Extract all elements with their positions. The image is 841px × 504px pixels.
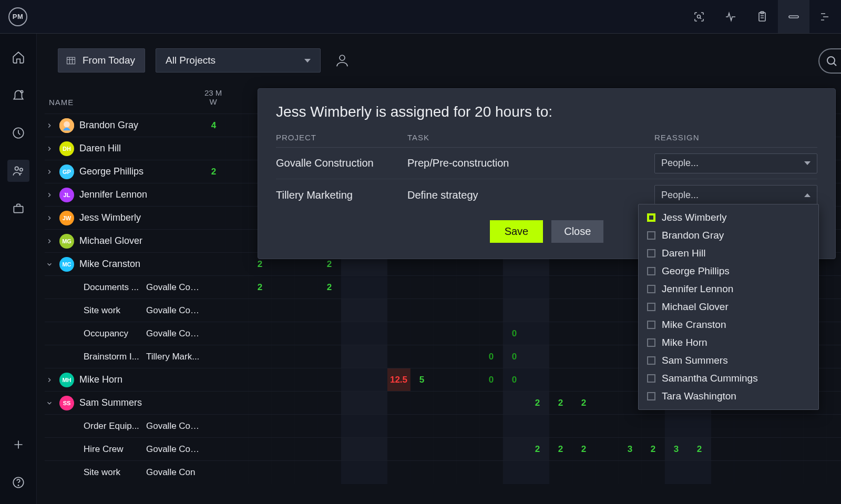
grid-cell[interactable]: 4	[202, 114, 225, 137]
dropdown-item[interactable]: Brandon Gray	[639, 227, 818, 244]
grid-cell[interactable]	[434, 368, 457, 392]
grid-cell[interactable]	[457, 461, 480, 484]
task-row[interactable]: OccupancyGovalle Con...	[45, 322, 202, 345]
projects-filter-select[interactable]: All Projects	[156, 48, 321, 73]
grid-cell[interactable]: 2	[526, 392, 549, 415]
grid-cell[interactable]	[225, 392, 249, 415]
grid-cell[interactable]	[249, 392, 272, 415]
grid-cell[interactable]	[480, 461, 503, 484]
grid-cell[interactable]	[480, 415, 503, 438]
grid-cell[interactable]	[804, 461, 827, 484]
grid-cell[interactable]	[364, 461, 387, 484]
grid-cell[interactable]	[225, 183, 249, 207]
grid-cell[interactable]	[364, 345, 387, 368]
grid-cell[interactable]	[457, 392, 480, 415]
grid-cell[interactable]	[411, 438, 434, 461]
dropdown-item[interactable]: Sam Summers	[639, 352, 818, 369]
grid-cell[interactable]	[549, 415, 572, 438]
grid-cell[interactable]: 0	[503, 345, 526, 368]
search-button[interactable]	[818, 48, 841, 74]
grid-cell[interactable]	[804, 438, 827, 461]
task-row[interactable]: Order Equip...Govalle Con...	[45, 414, 202, 437]
grid-cell[interactable]	[734, 461, 757, 484]
grid-cell[interactable]	[711, 415, 734, 438]
grid-cell[interactable]	[526, 415, 549, 438]
dropdown-item[interactable]: Tara Washington	[639, 387, 818, 405]
grid-cell[interactable]	[781, 461, 804, 484]
chevron-down-icon[interactable]	[45, 398, 54, 408]
grid-cell[interactable]	[411, 345, 434, 368]
grid-cell[interactable]	[249, 461, 272, 484]
grid-cell[interactable]: 12.5	[387, 368, 411, 392]
checkbox-icon[interactable]	[647, 303, 655, 311]
resource-row[interactable]: SSSam Summers	[45, 391, 202, 414]
grid-cell[interactable]	[387, 392, 411, 415]
grid-cell[interactable]	[249, 322, 272, 345]
grid-cell[interactable]	[387, 322, 411, 345]
grid-cell[interactable]	[225, 253, 249, 276]
grid-cell[interactable]	[341, 299, 364, 322]
briefcase-icon[interactable]	[7, 198, 29, 220]
grid-cell[interactable]	[249, 438, 272, 461]
resource-row[interactable]: JLJennifer Lennon	[45, 183, 202, 206]
task-row[interactable]: Site workGovalle Con...	[45, 299, 202, 322]
grid-cell[interactable]	[341, 322, 364, 345]
grid-cell[interactable]	[734, 438, 757, 461]
grid-cell[interactable]	[503, 461, 526, 484]
grid-cell[interactable]: 0	[503, 322, 526, 345]
grid-cell[interactable]	[387, 345, 411, 368]
grid-cell[interactable]	[202, 137, 225, 160]
help-icon[interactable]	[7, 471, 29, 493]
grid-cell[interactable]	[572, 322, 596, 345]
grid-cell[interactable]	[341, 345, 364, 368]
grid-cell[interactable]	[619, 461, 642, 484]
dropdown-item[interactable]: Michael Glover	[639, 298, 818, 316]
checkbox-icon[interactable]	[647, 392, 655, 400]
grid-cell[interactable]	[295, 345, 318, 368]
gantt-icon[interactable]	[809, 0, 841, 33]
task-row[interactable]: Site workGovalle Con	[45, 460, 202, 484]
task-row[interactable]: Documents ...Govalle Con...	[45, 275, 202, 299]
resource-row[interactable]: MCMike Cranston	[45, 252, 202, 275]
checkbox-icon[interactable]	[647, 267, 655, 275]
grid-cell[interactable]	[387, 415, 411, 438]
grid-cell[interactable]	[804, 415, 827, 438]
grid-cell[interactable]	[434, 461, 457, 484]
grid-cell[interactable]	[272, 392, 295, 415]
grid-cell[interactable]: 0	[503, 368, 526, 392]
grid-cell[interactable]	[688, 461, 711, 484]
grid-cell[interactable]	[295, 415, 318, 438]
grid-cell[interactable]	[457, 345, 480, 368]
grid-cell[interactable]: 2	[549, 438, 572, 461]
grid-cell[interactable]	[225, 415, 249, 438]
grid-cell[interactable]: 2	[572, 392, 596, 415]
grid-cell[interactable]	[318, 299, 341, 322]
grid-cell[interactable]	[341, 438, 364, 461]
grid-cell[interactable]	[364, 438, 387, 461]
grid-cell[interactable]: 2	[202, 160, 225, 183]
grid-cell[interactable]	[411, 322, 434, 345]
chevron-down-icon[interactable]	[45, 260, 54, 269]
resource-row[interactable]: GPGeorge Phillips	[45, 160, 202, 183]
resource-row[interactable]: MGMichael Glover	[45, 229, 202, 252]
grid-cell[interactable]	[295, 322, 318, 345]
grid-cell[interactable]	[249, 368, 272, 392]
home-icon[interactable]	[7, 46, 29, 68]
grid-cell[interactable]	[503, 392, 526, 415]
checkbox-icon[interactable]	[647, 213, 655, 222]
checkbox-icon[interactable]	[647, 249, 655, 258]
grid-cell[interactable]	[757, 415, 781, 438]
grid-cell[interactable]	[411, 299, 434, 322]
clipboard-icon[interactable]	[746, 0, 778, 33]
grid-cell[interactable]	[318, 368, 341, 392]
grid-cell[interactable]	[225, 322, 249, 345]
grid-cell[interactable]	[549, 368, 572, 392]
grid-cell[interactable]	[295, 438, 318, 461]
grid-cell[interactable]	[341, 368, 364, 392]
grid-cell[interactable]	[549, 322, 572, 345]
dropdown-item[interactable]: Mike Horn	[639, 334, 818, 352]
grid-cell[interactable]	[526, 276, 549, 299]
grid-cell[interactable]	[526, 345, 549, 368]
dropdown-item[interactable]: George Phillips	[639, 262, 818, 280]
grid-cell[interactable]	[272, 415, 295, 438]
